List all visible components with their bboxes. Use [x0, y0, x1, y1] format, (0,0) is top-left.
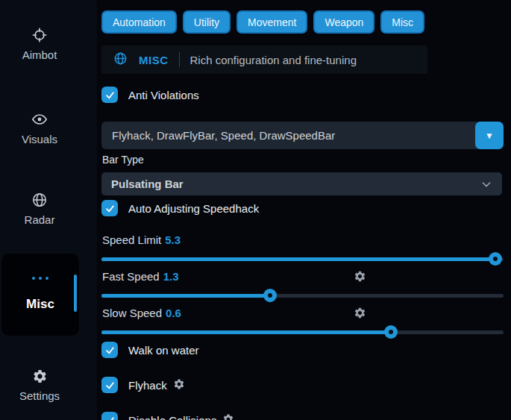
slider-value: 0.6: [166, 307, 181, 319]
checkbox-anti-violations[interactable]: Anti Violations: [101, 87, 199, 103]
sidebar-item-radar[interactable]: Radar: [0, 192, 79, 226]
slider-name: Fast Speed: [102, 270, 160, 283]
checkbox-disable-collisions[interactable]: Disable Collisions: [101, 412, 234, 420]
slider-label-fast-speed: Fast Speed1.3: [102, 270, 179, 283]
sidebar-item-settings[interactable]: Settings: [0, 369, 79, 402]
globe-icon: [31, 192, 48, 208]
tab-weapon[interactable]: Weapon: [313, 10, 374, 34]
multiselect-value: Flyhack, DrawFlyBar, Speed, DrawSpeedBar: [112, 129, 335, 142]
sidebar-item-aimbot[interactable]: Aimbot: [0, 27, 79, 61]
header-divider: [179, 52, 180, 67]
active-indicator-bar: [74, 275, 77, 312]
slider-thumb[interactable]: [263, 289, 277, 302]
section-title: MISC: [139, 54, 169, 66]
main-panel: Automation Utility Movement Weapon Misc …: [101, 0, 504, 420]
sidebar-item-label: Aimbot: [22, 48, 57, 61]
slider-fill: [101, 330, 391, 334]
globe-icon: [113, 51, 128, 69]
slider-fill: [101, 257, 495, 261]
checkbox-label: Disable Collisions: [128, 414, 216, 420]
checkbox-checked-icon[interactable]: [101, 342, 118, 358]
gear-icon[interactable]: [222, 413, 234, 420]
tab-automation[interactable]: Automation: [101, 10, 177, 34]
slider-label-slow-speed: Slow Speed0.6: [102, 307, 181, 319]
slider-speed-limit[interactable]: [101, 252, 504, 266]
cheat-menu-window: Aimbot Visuals Radar Mi: [0, 0, 511, 420]
bar-type-label: Bar Type: [102, 154, 144, 166]
checkbox-auto-adjusting-speedhack[interactable]: Auto Adjusting Speedhack: [101, 200, 259, 216]
sidebar-item-visuals[interactable]: Visuals: [0, 111, 79, 145]
checkbox-label: Anti Violations: [128, 89, 199, 101]
slider-fast-speed[interactable]: [101, 289, 504, 302]
slider-value: 1.3: [163, 270, 179, 283]
slider-label-speed-limit: Speed Limit5.3: [102, 233, 181, 246]
tab-utility[interactable]: Utility: [183, 10, 231, 34]
dropdown-triangle-icon[interactable]: ▼: [475, 122, 504, 149]
tab-movement[interactable]: Movement: [236, 10, 307, 34]
checkbox-flyhack[interactable]: Flyhack: [101, 377, 185, 393]
misc-multiselect-dropdown[interactable]: Flyhack, DrawFlyBar, Speed, DrawSpeedBar…: [101, 122, 504, 149]
sidebar-item-label: Radar: [25, 213, 55, 226]
crosshair-icon: [31, 27, 48, 43]
eye-icon: [31, 111, 48, 128]
checkbox-checked-icon[interactable]: [101, 87, 118, 103]
slider-thumb[interactable]: [489, 252, 502, 266]
gear-icon[interactable]: [354, 270, 366, 286]
slider-value: 5.3: [165, 233, 181, 246]
checkbox-label: Flyhack: [128, 379, 167, 392]
slider-name: Slow Speed: [102, 307, 162, 319]
slider-slow-speed[interactable]: [101, 325, 504, 339]
category-tabs: Automation Utility Movement Weapon Misc: [101, 10, 424, 34]
checkbox-walk-on-water[interactable]: Walk on water: [101, 342, 198, 358]
checkbox-label: Auto Adjusting Speedhack: [128, 202, 259, 215]
checkbox-label: Walk on water: [128, 344, 198, 357]
chevron-down-icon: [480, 178, 492, 193]
slider-fill: [101, 294, 270, 298]
ellipsis-icon: [1, 277, 79, 280]
tab-misc[interactable]: Misc: [380, 10, 424, 34]
sidebar-item-label: Misc: [1, 297, 79, 312]
section-header: MISC Rich configuration and fine-tuning: [101, 46, 427, 74]
sidebar: Aimbot Visuals Radar Mi: [0, 0, 97, 420]
gear-icon[interactable]: [173, 378, 185, 392]
slider-thumb[interactable]: [384, 325, 398, 339]
checkbox-checked-icon[interactable]: [101, 200, 118, 216]
slider-name: Speed Limit: [102, 233, 161, 246]
section-subtitle: Rich configuration and fine-tuning: [190, 54, 357, 66]
checkbox-checked-icon[interactable]: [101, 412, 118, 420]
gear-icon: [32, 369, 48, 384]
sidebar-item-label: Settings: [19, 389, 60, 402]
bar-type-value: Pulsating Bar: [111, 178, 184, 190]
gear-icon[interactable]: [354, 307, 366, 322]
sidebar-item-misc[interactable]: Misc: [1, 254, 79, 336]
checkbox-checked-icon[interactable]: [101, 377, 118, 393]
bar-type-select[interactable]: Pulsating Bar: [101, 172, 502, 195]
sidebar-item-label: Visuals: [22, 133, 57, 145]
